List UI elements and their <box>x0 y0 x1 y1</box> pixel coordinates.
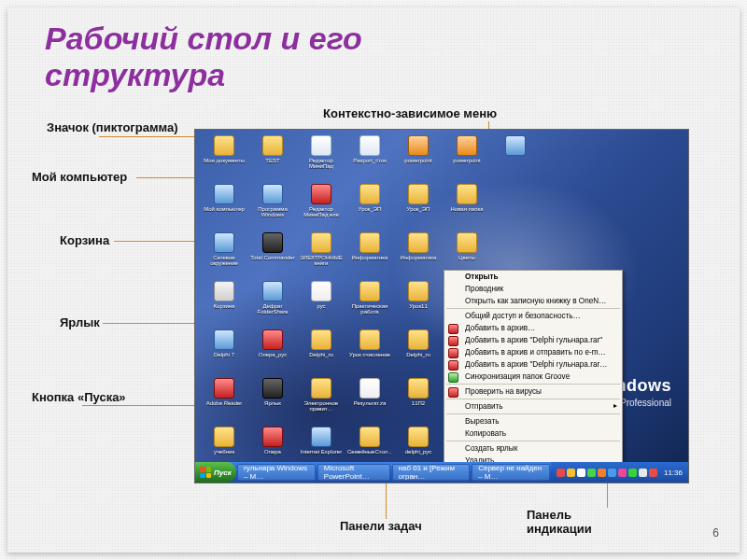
menu-item[interactable]: Создать ярлык <box>444 442 622 455</box>
desktop-icon[interactable]: Опера_рус <box>249 329 296 376</box>
desktop-icon[interactable]: 11П2 <box>395 378 442 425</box>
tray-icon[interactable] <box>598 469 606 477</box>
menu-item[interactable]: Проверить на вирусы <box>444 385 622 398</box>
menu-item[interactable]: Открыть <box>444 271 622 283</box>
taskbar-button[interactable]: гульнара Windows – M… <box>237 464 316 481</box>
menu-item[interactable]: Добавить в архив… <box>444 322 622 334</box>
file-icon <box>214 135 234 156</box>
menu-item-icon <box>448 372 458 383</box>
icon-label: Опера <box>264 449 281 455</box>
file-icon <box>359 281 380 301</box>
file-icon <box>311 378 331 399</box>
tray-icon[interactable] <box>608 469 616 477</box>
file-icon <box>457 184 477 204</box>
slide: Рабочий стол и его структура Значок (пик… <box>7 7 740 553</box>
icon-label: Урок_ЭП <box>359 206 382 212</box>
file-icon <box>311 281 331 301</box>
menu-item[interactable]: Добавить в архив и отправить по e-mail… <box>444 346 622 358</box>
icon-label: Результат.za <box>354 400 387 406</box>
tray-icon[interactable] <box>618 469 627 477</box>
menu-item[interactable]: Копировать <box>444 427 622 440</box>
icon-label: ЭЛЕКТРОННЫЕ книги <box>299 255 344 266</box>
desktop-icon[interactable]: Pasport_сток <box>346 135 393 182</box>
start-button[interactable]: Пуск <box>195 462 236 483</box>
file-icon <box>262 427 283 447</box>
desktop-icon[interactable]: Редактор МиниПад exe <box>298 184 345 231</box>
desktop-icon[interactable]: Дефраг FolderShare <box>249 281 296 328</box>
desktop-icon[interactable]: Корзина <box>201 281 247 328</box>
menu-item[interactable]: Общий доступ и безопасность… <box>444 310 622 322</box>
tray-icon[interactable] <box>628 469 637 477</box>
file-icon <box>214 329 234 350</box>
desktop-icon[interactable]: powerpoint <box>444 135 490 182</box>
tray-icon[interactable] <box>587 469 596 477</box>
desktop-icon[interactable]: Сетевое окружение <box>201 232 247 279</box>
menu-item[interactable]: Вырезать <box>444 415 622 427</box>
desktop-icon[interactable]: Delphi 7 <box>201 329 247 376</box>
desktop-icon[interactable]: Delphi_ru <box>395 329 442 376</box>
menu-item[interactable]: Синхронизация папок Groove <box>444 371 622 383</box>
desktop-icon[interactable]: powerpoint <box>395 135 442 182</box>
desktop-icon[interactable]: Электронное правит… <box>298 378 345 425</box>
desktop-icon[interactable]: Результат.za <box>346 378 393 425</box>
slide-title: Рабочий стол и его структура <box>45 21 362 93</box>
label-tray: Панель индикации <box>527 508 611 536</box>
tray-icon[interactable] <box>557 469 565 477</box>
menu-item[interactable]: Добавить в архив "Delphi гульнара.rar" <box>444 334 622 346</box>
desktop-icon[interactable]: TEST <box>249 135 296 182</box>
file-icon <box>359 135 380 156</box>
icon-label: Delphi_ru <box>406 352 430 357</box>
callout-start-h <box>82 405 199 406</box>
desktop-icon[interactable]: Практическая работа <box>346 281 393 328</box>
icon-label: delphi_рус <box>405 449 432 455</box>
desktop-icon[interactable]: Программа Windows <box>249 184 296 231</box>
icon-label: Опера_рус <box>259 352 287 357</box>
desktop-icon[interactable]: Урок счисление <box>346 329 393 376</box>
desktop-icon[interactable]: Урок_ЭП <box>346 184 393 231</box>
tray-icon[interactable] <box>649 469 657 477</box>
desktop-icon[interactable]: Мой компьютер <box>201 184 247 231</box>
desktop-icon[interactable]: Редактор МиниПад <box>298 135 345 182</box>
icon-label: Практическая работа <box>347 303 392 315</box>
taskbar-button[interactable]: наб 01 и [Режим огран… <box>392 464 471 481</box>
label-start: Кнопка «Пуска» <box>32 390 126 404</box>
file-icon <box>408 427 429 447</box>
start-label: Пуск <box>214 469 232 477</box>
desktop-icon[interactable]: Урок_ЭП <box>395 184 442 231</box>
desktop-icon[interactable]: Урок11 <box>395 281 442 328</box>
system-tray[interactable]: 11:36 <box>551 462 688 483</box>
icon-label: СемейныеСтол… <box>347 449 392 455</box>
menu-item[interactable]: Проводник <box>444 283 622 295</box>
icon-label: Информатика <box>352 255 388 260</box>
file-icon <box>214 281 234 301</box>
desktop-icon[interactable]: Мои документы <box>201 135 247 182</box>
taskbar-button[interactable]: Microsoft PowerPoint… <box>317 464 390 481</box>
desktop-icon[interactable]: Новая папка <box>444 184 490 231</box>
menu-item[interactable]: Отправить <box>444 400 622 413</box>
start-flag-icon <box>200 467 211 478</box>
file-icon <box>408 378 429 399</box>
file-icon <box>262 329 283 350</box>
desktop-icon[interactable]: Информатика <box>395 232 442 279</box>
desktop-icon[interactable]: Ярлык <box>249 378 296 425</box>
page-number: 6 <box>712 526 719 539</box>
desktop-icon[interactable] <box>492 135 539 182</box>
tray-icon[interactable] <box>639 469 647 477</box>
taskbar-button[interactable]: Сервер не найден – M… <box>472 464 550 481</box>
desktop-icon[interactable]: Информатика <box>346 232 393 279</box>
desktop-icon[interactable]: рус <box>298 281 345 328</box>
desktop-icon[interactable]: Adobe Reader <box>201 378 247 425</box>
icon-label: Электронное правит… <box>299 400 344 412</box>
desktop-icon[interactable]: ЭЛЕКТРОННЫЕ книги <box>298 232 345 279</box>
desktop-icon[interactable] <box>492 184 539 231</box>
file-icon <box>311 184 331 204</box>
menu-item[interactable]: Открыть как записную книжку в OneNote <box>444 295 622 307</box>
tray-icon[interactable] <box>567 469 575 477</box>
file-icon <box>359 329 380 350</box>
desktop-icon[interactable]: Total Commander <box>249 232 296 279</box>
menu-item[interactable]: Добавить в архив "Delphi гульнара.rar" и… <box>444 358 622 371</box>
label-my-computer: Мой компьютер <box>32 170 127 184</box>
context-menu[interactable]: ОткрытьПроводникОткрыть как записную кни… <box>444 270 623 483</box>
tray-icon[interactable] <box>577 469 585 477</box>
desktop-icon[interactable]: Delphi_ru <box>298 329 345 376</box>
